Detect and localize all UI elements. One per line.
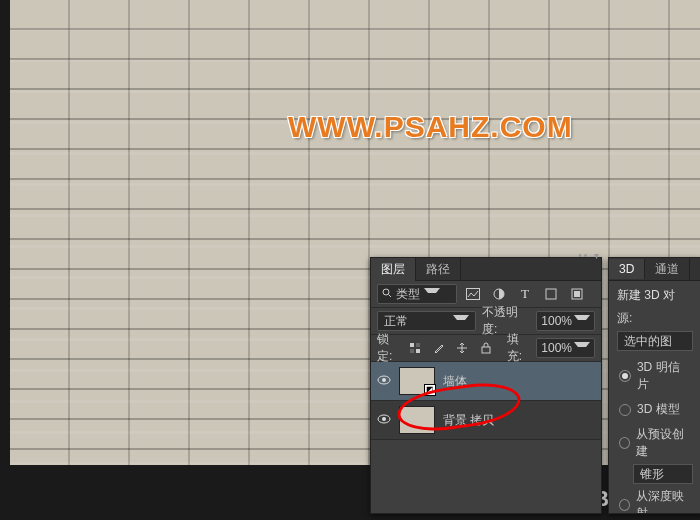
chevron-down-icon <box>424 288 440 301</box>
svg-rect-10 <box>416 349 420 353</box>
svg-point-15 <box>382 417 386 421</box>
blend-opacity-row: 正常 不透明度: 100% <box>371 308 601 335</box>
3d-panel: 3D 通道 新建 3D 对 源: 选中的图 3D 明信片 3D 模型 从预设创建… <box>608 257 700 514</box>
svg-rect-8 <box>416 343 420 347</box>
blend-mode-value: 正常 <box>384 313 408 330</box>
panel-flyout-icon[interactable]: •• ▾ <box>573 250 601 264</box>
source-value: 选中的图 <box>624 333 672 350</box>
smart-filter-icon[interactable] <box>567 284 587 304</box>
svg-point-0 <box>383 289 389 295</box>
opacity-input[interactable]: 100% <box>536 311 595 331</box>
svg-rect-2 <box>467 289 480 300</box>
layers-panel-tabs: 图层 路径 <box>371 258 601 281</box>
chevron-down-icon <box>574 315 590 328</box>
svg-rect-9 <box>410 349 414 353</box>
layer-row[interactable]: 背景 拷贝 <box>371 401 601 440</box>
app-stage: WWW.PSAHZ.COM UiBQ.CoM •• ▾ 图层 路径 类型 T <box>0 0 700 520</box>
svg-point-13 <box>382 378 386 382</box>
radio-from-preset[interactable]: 从预设创建 <box>609 422 700 464</box>
tab-channels[interactable]: 通道 <box>645 258 690 281</box>
3d-heading: 新建 3D 对 <box>609 281 700 310</box>
svg-line-1 <box>389 295 392 298</box>
lock-brush-icon[interactable] <box>430 338 448 358</box>
layer-list: ◩ 墙体 背景 拷贝 <box>371 362 601 440</box>
radio-3d-model[interactable]: 3D 模型 <box>609 397 700 422</box>
lock-label: 锁定: <box>377 331 401 365</box>
search-icon <box>382 287 392 301</box>
tab-3d[interactable]: 3D <box>609 259 645 279</box>
layers-panel: •• ▾ 图层 路径 类型 T 正常 不透明度: <box>370 257 602 514</box>
tab-layers[interactable]: 图层 <box>371 258 416 281</box>
source-select[interactable]: 选中的图 <box>617 331 693 351</box>
svg-rect-7 <box>410 343 414 347</box>
lock-position-icon[interactable] <box>454 338 472 358</box>
fill-label: 填充: <box>507 331 531 365</box>
layer-filter-select[interactable]: 类型 <box>377 284 457 304</box>
shape-filter-icon[interactable] <box>541 284 561 304</box>
filter-label: 类型 <box>396 286 420 303</box>
mesh-preset-select[interactable]: 锥形 <box>633 464 693 484</box>
svg-rect-6 <box>574 291 580 297</box>
radio-label: 从深度映射 <box>636 488 691 514</box>
visibility-toggle[interactable] <box>377 413 391 427</box>
lock-fill-row: 锁定: 填充: 100% <box>371 335 601 362</box>
opacity-value: 100% <box>541 314 572 328</box>
svg-rect-4 <box>546 289 556 299</box>
radio-dot-icon <box>619 404 631 416</box>
chevron-down-icon <box>574 342 590 355</box>
lock-all-icon[interactable] <box>477 338 495 358</box>
radio-label: 3D 明信片 <box>637 359 691 393</box>
fill-input[interactable]: 100% <box>536 338 595 358</box>
radio-3d-postcard[interactable]: 3D 明信片 <box>609 355 700 397</box>
lock-pixels-icon[interactable] <box>407 338 425 358</box>
layer-row[interactable]: ◩ 墙体 <box>371 362 601 401</box>
adjust-filter-icon[interactable] <box>489 284 509 304</box>
radio-dot-icon <box>619 370 631 382</box>
fill-value: 100% <box>541 341 572 355</box>
layer-thumbnail[interactable]: ◩ <box>399 367 435 395</box>
blend-mode-select[interactable]: 正常 <box>377 311 476 331</box>
watermark-main: WWW.PSAHZ.COM <box>288 110 573 144</box>
radio-label: 从预设创建 <box>636 426 691 460</box>
svg-rect-11 <box>482 347 490 353</box>
radio-label: 3D 模型 <box>637 401 680 418</box>
layer-thumbnail[interactable] <box>399 406 435 434</box>
tab-paths[interactable]: 路径 <box>416 258 461 281</box>
radio-dot-icon <box>619 437 630 449</box>
radio-from-depth[interactable]: 从深度映射 <box>609 484 700 514</box>
visibility-toggle[interactable] <box>377 374 391 388</box>
smart-object-badge-icon: ◩ <box>424 384 436 396</box>
image-filter-icon[interactable] <box>463 284 483 304</box>
source-label: 源: <box>617 310 632 327</box>
chevron-down-icon <box>453 315 469 328</box>
text-filter-icon[interactable]: T <box>515 284 535 304</box>
3d-panel-tabs: 3D 通道 <box>609 258 700 281</box>
layer-name[interactable]: 背景 拷贝 <box>443 412 494 429</box>
layer-name[interactable]: 墙体 <box>443 373 467 390</box>
mesh-preset-value: 锥形 <box>640 466 664 483</box>
radio-dot-icon <box>619 499 630 511</box>
